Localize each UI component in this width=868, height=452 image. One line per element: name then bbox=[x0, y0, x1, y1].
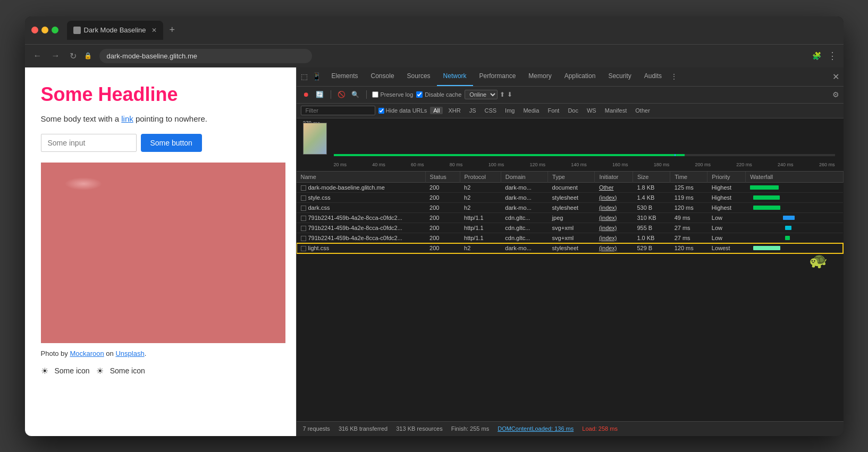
filter-other[interactable]: Other bbox=[632, 107, 653, 114]
search-network-button[interactable]: 🔍 bbox=[350, 89, 361, 100]
table-row[interactable]: dark-mode-baseline.glitch.me 200 h2 dark… bbox=[297, 182, 844, 192]
some-input[interactable] bbox=[41, 134, 137, 152]
tick-40ms: 40 ms bbox=[372, 162, 385, 167]
devtools-toolbar: ⏺ 🔄 🚫 🔍 Preserve log Disable cache Onlin… bbox=[297, 87, 844, 104]
preserve-log-checkbox[interactable]: Preserve log bbox=[372, 91, 414, 98]
col-time[interactable]: Time bbox=[670, 172, 707, 183]
minimize-button[interactable] bbox=[41, 27, 48, 33]
cell-protocol: h2 bbox=[460, 192, 501, 202]
forward-button[interactable]: → bbox=[49, 49, 62, 63]
filter-xhr[interactable]: XHR bbox=[445, 107, 464, 114]
reload-recording-button[interactable]: 🔄 bbox=[315, 89, 325, 100]
filter-css[interactable]: CSS bbox=[481, 107, 500, 114]
device-icon[interactable]: 📱 bbox=[312, 72, 321, 81]
reload-button[interactable]: ↻ bbox=[68, 49, 79, 63]
filter-js[interactable]: JS bbox=[466, 107, 479, 114]
cell-initiator[interactable]: (index) bbox=[595, 202, 633, 212]
settings-icon[interactable]: ⚙ bbox=[832, 90, 839, 99]
address-input[interactable] bbox=[99, 49, 312, 63]
col-priority[interactable]: Priority bbox=[707, 172, 746, 183]
tab-elements[interactable]: Elements bbox=[325, 67, 365, 87]
cell-initiator[interactable]: (index) bbox=[595, 223, 633, 233]
cell-name: 791b2241-459b-4a2e-8cca-c0fdc2... bbox=[297, 233, 426, 243]
filter-all[interactable]: All bbox=[430, 107, 443, 114]
cell-initiator[interactable]: (index) bbox=[595, 243, 633, 253]
throttle-select[interactable]: Online bbox=[465, 90, 498, 99]
close-button[interactable] bbox=[31, 27, 38, 33]
cell-initiator[interactable]: (index) bbox=[595, 233, 633, 243]
maximize-button[interactable] bbox=[52, 27, 58, 33]
filter-type-buttons: All XHR JS CSS Img Media Font Doc WS Man… bbox=[430, 107, 653, 114]
col-name[interactable]: Name bbox=[297, 172, 426, 183]
table-row[interactable]: 791b2241-459b-4a2e-8cca-c0fdc2... 200 ht… bbox=[297, 233, 844, 243]
candy-image-visual bbox=[41, 163, 285, 343]
cell-size: 1.4 KB bbox=[633, 192, 670, 202]
new-tab-button[interactable]: + bbox=[165, 22, 180, 38]
col-domain[interactable]: Domain bbox=[501, 172, 547, 183]
table-row[interactable]: 791b2241-459b-4a2e-8cca-c0fdc2... 200 ht… bbox=[297, 223, 844, 233]
filter-media[interactable]: Media bbox=[520, 107, 542, 114]
waterfall-bar bbox=[785, 236, 790, 240]
tab-application[interactable]: Application bbox=[558, 67, 602, 87]
cell-domain: cdn.gltc... bbox=[501, 212, 547, 223]
cell-waterfall bbox=[746, 223, 843, 233]
timeline-ruler: 20 ms 40 ms 60 ms 80 ms 100 ms 120 ms 14… bbox=[334, 158, 835, 171]
filter-img[interactable]: Img bbox=[502, 107, 518, 114]
filter-ws[interactable]: WS bbox=[584, 107, 600, 114]
mockaroon-link[interactable]: Mockaroon bbox=[70, 349, 104, 357]
col-protocol[interactable]: Protocol bbox=[460, 172, 501, 183]
extensions-icon[interactable]: 🧩 bbox=[812, 52, 821, 60]
cell-priority: Low bbox=[707, 233, 746, 243]
col-waterfall[interactable]: Waterfall bbox=[746, 172, 843, 183]
cell-time: 120 ms bbox=[670, 202, 707, 212]
cell-initiator[interactable]: (index) bbox=[595, 192, 633, 202]
menu-icon[interactable]: ⋮ bbox=[828, 50, 837, 62]
tab-memory[interactable]: Memory bbox=[522, 67, 558, 87]
hide-data-urls-label: Hide data URLs bbox=[386, 107, 427, 114]
some-button[interactable]: Some button bbox=[141, 134, 202, 152]
dom-content-loaded[interactable]: DOMContentLoaded: 136 ms bbox=[498, 425, 574, 432]
col-size[interactable]: Size bbox=[633, 172, 670, 183]
filter-manifest[interactable]: Manifest bbox=[602, 107, 630, 114]
table-row[interactable]: 791b2241-459b-4a2e-8cca-c0fdc2... 200 ht… bbox=[297, 212, 844, 223]
hide-data-urls-checkbox[interactable]: Hide data URLs bbox=[378, 107, 427, 114]
filter-font[interactable]: Font bbox=[544, 107, 562, 114]
table-row[interactable]: style.css 200 h2 dark-mo... stylesheet (… bbox=[297, 192, 844, 202]
tab-audits[interactable]: Audits bbox=[638, 67, 668, 87]
tab-close-button[interactable]: ✕ bbox=[151, 27, 157, 34]
body-text-link[interactable]: link bbox=[121, 114, 133, 123]
filter-input[interactable] bbox=[301, 106, 375, 115]
devtools-close-button[interactable]: ✕ bbox=[832, 72, 839, 82]
cell-initiator[interactable]: Other bbox=[595, 182, 633, 192]
disable-cache-checkbox[interactable]: Disable cache bbox=[416, 91, 461, 98]
tick-80ms: 80 ms bbox=[450, 162, 463, 167]
col-type[interactable]: Type bbox=[548, 172, 595, 183]
tab-network[interactable]: Network bbox=[437, 67, 473, 87]
table-row[interactable]: dark.css 200 h2 dark-mo... stylesheet (i… bbox=[297, 202, 844, 212]
cell-status: 200 bbox=[425, 223, 460, 233]
back-button[interactable]: ← bbox=[31, 49, 44, 63]
col-status[interactable]: Status bbox=[425, 172, 460, 183]
timeline-ticks: 20 ms 40 ms 60 ms 80 ms 100 ms 120 ms 14… bbox=[334, 162, 835, 167]
tab-security[interactable]: Security bbox=[602, 67, 637, 87]
load-time: Load: 258 ms bbox=[582, 425, 618, 432]
active-tab[interactable]: Dark Mode Baseline ✕ bbox=[67, 21, 163, 40]
devtools-tab-icons: ⬚ 📱 bbox=[301, 72, 321, 81]
cell-status: 200 bbox=[425, 192, 460, 202]
more-tabs-button[interactable]: ⋮ bbox=[670, 72, 678, 81]
clear-button[interactable]: 🚫 bbox=[336, 89, 347, 100]
tab-sources[interactable]: Sources bbox=[401, 67, 437, 87]
col-initiator[interactable]: Initiator bbox=[595, 172, 633, 183]
record-button[interactable]: ⏺ bbox=[301, 89, 311, 100]
unsplash-link[interactable]: Unsplash bbox=[115, 349, 144, 357]
tab-performance[interactable]: Performance bbox=[473, 67, 523, 87]
tick-200ms: 200 ms bbox=[695, 162, 711, 167]
filter-doc[interactable]: Doc bbox=[564, 107, 582, 114]
waterfall-bar-container bbox=[750, 215, 814, 221]
table-row[interactable]: light.css 200 h2 dark-mo... stylesheet (… bbox=[297, 243, 844, 253]
tab-console[interactable]: Console bbox=[365, 67, 401, 87]
cell-initiator[interactable]: (index) bbox=[595, 212, 633, 223]
inspect-icon[interactable]: ⬚ bbox=[301, 72, 308, 81]
cell-waterfall bbox=[746, 182, 843, 192]
waterfall-bar bbox=[753, 195, 780, 200]
